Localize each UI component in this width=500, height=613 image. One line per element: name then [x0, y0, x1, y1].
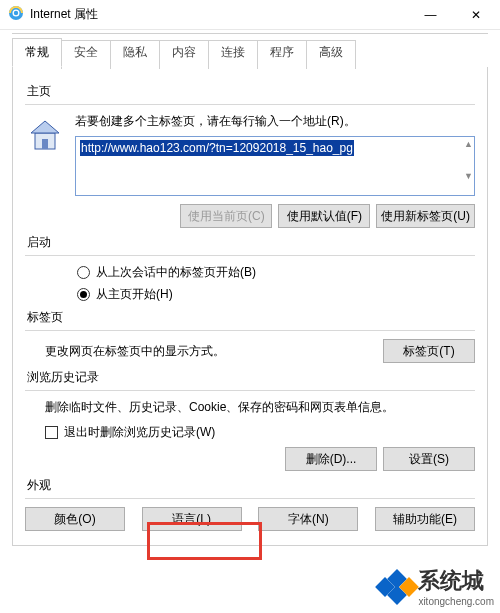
svg-marker-4 — [31, 121, 59, 133]
divider — [25, 498, 475, 499]
tab-strip-line — [12, 33, 488, 34]
homepage-label: 主页 — [27, 83, 475, 100]
scroll-indicator: ▲▼ — [464, 140, 472, 180]
general-panel: 主页 若要创建多个主标签页，请在每行输入一个地址(R)。 http://www.… — [12, 67, 488, 546]
svg-rect-5 — [42, 139, 48, 149]
colors-button[interactable]: 颜色(O) — [25, 507, 125, 531]
homepage-url-value: http://www.hao123.com/?tn=12092018_15_ha… — [80, 140, 354, 156]
tab-general[interactable]: 常规 — [12, 38, 62, 67]
delete-history-button[interactable]: 删除(D)... — [285, 447, 377, 471]
watermark-url: xitongcheng.com — [418, 596, 494, 607]
watermark: 系统城 xitongcheng.com — [376, 566, 494, 607]
radio-icon — [77, 266, 90, 279]
language-button[interactable]: 语言(L) — [142, 507, 242, 531]
tab-strip: 常规 安全 隐私 内容 连接 程序 高级 — [12, 38, 488, 67]
close-button[interactable]: ✕ — [453, 0, 498, 29]
titlebar: Internet 属性 — ✕ — [0, 0, 500, 30]
tab-programs[interactable]: 程序 — [257, 40, 307, 69]
radio-icon — [77, 288, 90, 301]
tab-privacy[interactable]: 隐私 — [110, 40, 160, 69]
divider — [25, 330, 475, 331]
svg-point-2 — [14, 11, 18, 15]
divider — [25, 390, 475, 391]
homepage-url-input[interactable]: http://www.hao123.com/?tn=12092018_15_ha… — [75, 136, 475, 196]
use-current-button: 使用当前页(C) — [180, 204, 272, 228]
appearance-label: 外观 — [27, 477, 475, 494]
divider — [25, 255, 475, 256]
history-hint: 删除临时文件、历史记录、Cookie、保存的密码和网页表单信息。 — [45, 399, 475, 416]
home-icon — [25, 115, 65, 155]
minimize-button[interactable]: — — [408, 0, 453, 29]
startup-last-session[interactable]: 从上次会话中的标签页开始(B) — [77, 264, 475, 281]
watermark-brand: 系统城 — [418, 566, 494, 596]
divider — [25, 104, 475, 105]
checkbox-icon — [45, 426, 58, 439]
tab-advanced[interactable]: 高级 — [306, 40, 356, 69]
tab-content[interactable]: 内容 — [159, 40, 209, 69]
startup-home-label: 从主页开始(H) — [96, 286, 173, 303]
delete-on-exit-label: 退出时删除浏览历史记录(W) — [64, 424, 215, 441]
homepage-hint: 若要创建多个主标签页，请在每行输入一个地址(R)。 — [75, 113, 475, 130]
fonts-button[interactable]: 字体(N) — [258, 507, 358, 531]
window-title: Internet 属性 — [30, 6, 408, 23]
tabs-settings-button[interactable]: 标签页(T) — [383, 339, 475, 363]
watermark-logo-icon — [376, 572, 412, 602]
history-label: 浏览历史记录 — [27, 369, 475, 386]
tabs-section-label: 标签页 — [27, 309, 475, 326]
use-newtab-button[interactable]: 使用新标签页(U) — [376, 204, 475, 228]
tab-connections[interactable]: 连接 — [208, 40, 258, 69]
startup-homepage[interactable]: 从主页开始(H) — [77, 286, 475, 303]
history-settings-button[interactable]: 设置(S) — [383, 447, 475, 471]
ie-icon — [8, 5, 24, 24]
startup-label: 启动 — [27, 234, 475, 251]
tabs-section-hint: 更改网页在标签页中的显示方式。 — [45, 343, 225, 360]
tab-security[interactable]: 安全 — [61, 40, 111, 69]
delete-on-exit-checkbox[interactable]: 退出时删除浏览历史记录(W) — [45, 424, 475, 441]
startup-last-label: 从上次会话中的标签页开始(B) — [96, 264, 256, 281]
use-default-button[interactable]: 使用默认值(F) — [278, 204, 370, 228]
accessibility-button[interactable]: 辅助功能(E) — [375, 507, 475, 531]
